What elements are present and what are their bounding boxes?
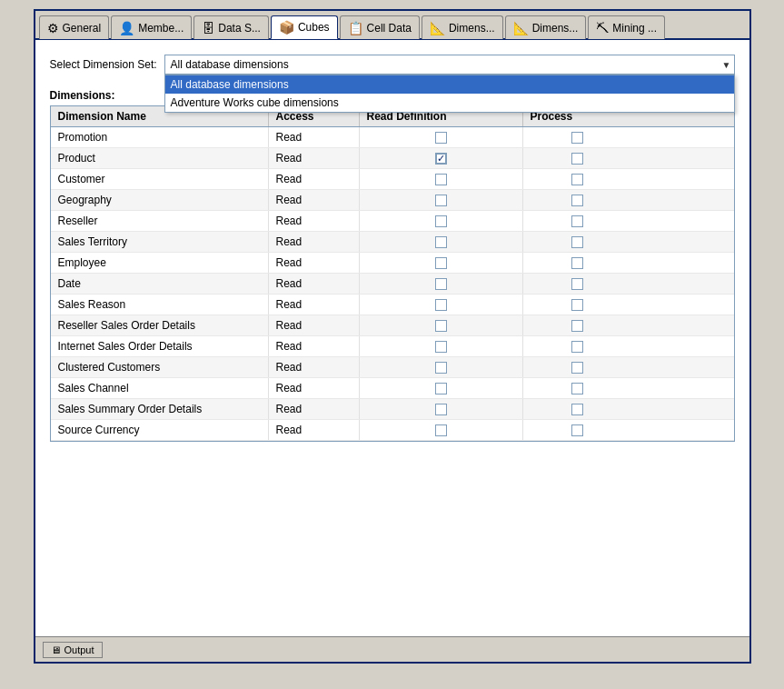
checkbox-read-def-3[interactable] bbox=[435, 195, 447, 206]
table-row[interactable]: GeographyRead bbox=[51, 190, 734, 211]
checkbox-process-0[interactable] bbox=[571, 132, 583, 144]
cell-read-def-10[interactable] bbox=[360, 336, 523, 356]
cell-process-2[interactable] bbox=[523, 169, 632, 189]
checkbox-read-def-4[interactable] bbox=[435, 215, 447, 227]
cell-read-def-7[interactable] bbox=[360, 274, 523, 294]
tab-dimensions2[interactable]: 📐Dimens... bbox=[505, 15, 587, 39]
cell-access-8: Read bbox=[269, 295, 360, 315]
cell-name-12: Sales Channel bbox=[51, 378, 269, 398]
tab-icon-dimensions1: 📐 bbox=[430, 21, 445, 35]
table-row[interactable]: Sales TerritoryRead bbox=[51, 232, 734, 253]
cell-process-0[interactable] bbox=[523, 127, 632, 147]
cell-read-def-2[interactable] bbox=[360, 169, 523, 189]
cell-process-12[interactable] bbox=[523, 378, 632, 398]
cell-process-3[interactable] bbox=[523, 190, 632, 210]
cell-process-11[interactable] bbox=[523, 357, 632, 377]
cell-process-9[interactable] bbox=[523, 315, 632, 335]
table-row[interactable]: Internet Sales Order DetailsRead bbox=[51, 336, 734, 357]
checkbox-process-7[interactable] bbox=[571, 278, 583, 290]
checkbox-process-12[interactable] bbox=[571, 383, 583, 394]
checkbox-read-def-0[interactable] bbox=[435, 132, 447, 144]
checkbox-read-def-11[interactable] bbox=[435, 362, 447, 374]
cell-read-def-3[interactable] bbox=[360, 190, 523, 210]
cell-read-def-9[interactable] bbox=[360, 315, 523, 335]
checkbox-read-def-9[interactable] bbox=[435, 320, 447, 332]
output-tab[interactable]: 🖥 Output bbox=[43, 642, 103, 658]
cell-read-def-8[interactable] bbox=[360, 295, 523, 315]
dropdown-option-all-db[interactable]: All database dimensions bbox=[165, 75, 734, 94]
table-row[interactable]: Sales ChannelRead bbox=[51, 378, 734, 399]
checkbox-read-def-7[interactable] bbox=[435, 278, 447, 290]
cell-read-def-1[interactable]: ✓ bbox=[360, 148, 523, 168]
checkbox-process-11[interactable] bbox=[571, 362, 583, 374]
tab-members[interactable]: 👤Membe... bbox=[111, 15, 192, 39]
cell-process-5[interactable] bbox=[523, 232, 632, 252]
cell-process-10[interactable] bbox=[523, 336, 632, 356]
table-row[interactable]: Sales Summary Order DetailsRead bbox=[51, 399, 734, 420]
cell-name-9: Reseller Sales Order Details bbox=[51, 315, 269, 335]
tab-data-sources[interactable]: 🗄Data S... bbox=[194, 15, 269, 39]
checkbox-read-def-1[interactable]: ✓ bbox=[435, 153, 447, 165]
checkbox-read-def-5[interactable] bbox=[435, 236, 447, 248]
dropdown-option-aw-cube[interactable]: Adventure Works cube dimensions bbox=[165, 94, 734, 112]
checkbox-read-def-6[interactable] bbox=[435, 257, 447, 269]
cell-name-1: Product bbox=[51, 148, 269, 168]
checkbox-process-2[interactable] bbox=[571, 174, 583, 185]
tab-icon-data-sources: 🗄 bbox=[202, 21, 214, 35]
cell-process-1[interactable] bbox=[523, 148, 632, 168]
cell-process-13[interactable] bbox=[523, 399, 632, 419]
tab-mining[interactable]: ⛏Mining ... bbox=[588, 15, 665, 39]
checkbox-process-5[interactable] bbox=[571, 236, 583, 248]
table-row[interactable]: Reseller Sales Order DetailsRead bbox=[51, 315, 734, 336]
cell-read-def-4[interactable] bbox=[360, 211, 523, 231]
table-row[interactable]: ResellerRead bbox=[51, 211, 734, 232]
cell-process-4[interactable] bbox=[523, 211, 632, 231]
cell-process-7[interactable] bbox=[523, 274, 632, 294]
table-row[interactable]: DateRead bbox=[51, 274, 734, 295]
checkbox-process-10[interactable] bbox=[571, 341, 583, 353]
checkbox-read-def-10[interactable] bbox=[435, 341, 447, 353]
cell-access-0: Read bbox=[269, 127, 360, 147]
cell-read-def-6[interactable] bbox=[360, 253, 523, 273]
cell-name-4: Reseller bbox=[51, 211, 269, 231]
cell-read-def-11[interactable] bbox=[360, 357, 523, 377]
checkbox-process-9[interactable] bbox=[571, 320, 583, 332]
cell-read-def-13[interactable] bbox=[360, 399, 523, 419]
table-row[interactable]: CustomerRead bbox=[51, 169, 734, 190]
checkbox-process-4[interactable] bbox=[571, 215, 583, 227]
tab-general[interactable]: ⚙General bbox=[39, 15, 110, 39]
cell-access-9: Read bbox=[269, 315, 360, 335]
cell-read-def-5[interactable] bbox=[360, 232, 523, 252]
tab-dimensions1[interactable]: 📐Dimens... bbox=[422, 15, 503, 39]
tab-cubes[interactable]: 📦Cubes bbox=[271, 15, 338, 39]
table-row[interactable]: Sales ReasonRead bbox=[51, 295, 734, 315]
checkbox-process-1[interactable] bbox=[571, 153, 583, 165]
tab-cell-data[interactable]: 📋Cell Data bbox=[340, 15, 420, 39]
cell-process-14[interactable] bbox=[523, 420, 632, 440]
checkbox-process-3[interactable] bbox=[571, 195, 583, 206]
cell-process-6[interactable] bbox=[523, 253, 632, 273]
dimension-set-dropdown[interactable]: All database dimensions bbox=[164, 55, 735, 75]
cell-process-8[interactable] bbox=[523, 295, 632, 315]
cell-name-5: Sales Territory bbox=[51, 232, 269, 252]
checkbox-read-def-2[interactable] bbox=[435, 174, 447, 185]
checkbox-process-6[interactable] bbox=[571, 257, 583, 269]
cell-access-14: Read bbox=[269, 420, 360, 440]
table-row[interactable]: PromotionRead bbox=[51, 127, 734, 148]
cell-name-8: Sales Reason bbox=[51, 295, 269, 315]
checkbox-read-def-13[interactable] bbox=[435, 404, 447, 415]
checkbox-process-14[interactable] bbox=[571, 424, 583, 436]
checkbox-process-13[interactable] bbox=[571, 404, 583, 415]
cell-read-def-0[interactable] bbox=[360, 127, 523, 147]
checkbox-read-def-12[interactable] bbox=[435, 383, 447, 394]
cell-read-def-12[interactable] bbox=[360, 378, 523, 398]
table-row[interactable]: Source CurrencyRead bbox=[51, 420, 734, 441]
table-row[interactable]: EmployeeRead bbox=[51, 253, 734, 274]
checkbox-read-def-14[interactable] bbox=[435, 424, 447, 436]
cell-read-def-14[interactable] bbox=[360, 420, 523, 440]
tab-label-cell-data: Cell Data bbox=[367, 22, 412, 35]
checkbox-read-def-8[interactable] bbox=[435, 299, 447, 311]
checkbox-process-8[interactable] bbox=[571, 299, 583, 311]
table-row[interactable]: Clustered CustomersRead bbox=[51, 357, 734, 378]
table-row[interactable]: ProductRead✓ bbox=[51, 148, 734, 169]
